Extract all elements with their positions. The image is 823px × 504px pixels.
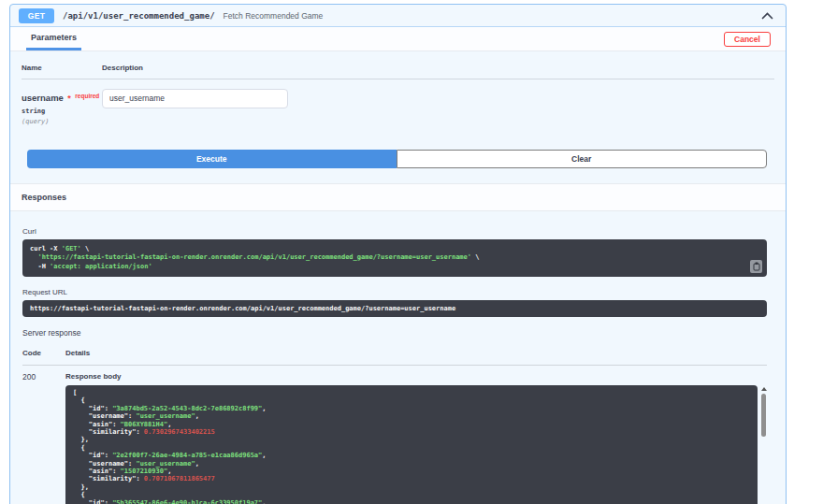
copy-button[interactable]	[750, 260, 762, 273]
clear-button[interactable]: Clear	[397, 150, 768, 168]
response-table-header: Code Details	[22, 349, 767, 366]
request-url-label: Request URL	[22, 288, 767, 296]
responses-title: Responses	[22, 193, 66, 202]
endpoint-summary: Fetch Recommended Game	[224, 11, 324, 21]
param-name: username	[22, 93, 64, 103]
param-name-cell: username * required string (query)	[22, 88, 102, 125]
operation-header[interactable]: GET /api/v1/user_recommended_game/ Fetch…	[10, 5, 786, 27]
execute-bar: Execute Clear	[27, 150, 767, 168]
params-col-name: Name	[22, 64, 102, 72]
required-label: required	[75, 93, 99, 99]
endpoint-path: /api/v1/user_recommended_game/	[63, 11, 215, 21]
request-url-block: https://fastapi-tutorial-fastapi-on-rend…	[22, 300, 767, 317]
execute-button[interactable]: Execute	[27, 150, 397, 168]
collapse-chevron-icon[interactable]	[761, 12, 773, 20]
param-location: (query)	[22, 118, 102, 125]
response-code-header: Code	[22, 349, 65, 357]
status-code: 200	[22, 372, 65, 504]
response-details-cell: Response body [ { "id": "3a874bd5-2a52-4…	[65, 372, 767, 504]
parameters-table: Name Description username * required str…	[10, 51, 786, 125]
scroll-up-arrow-icon[interactable]	[761, 387, 767, 391]
scrollbar-thumb[interactable]	[761, 394, 766, 437]
params-col-description: Description	[102, 64, 774, 72]
cancel-button[interactable]: Cancel	[724, 32, 771, 47]
clipboard-icon	[753, 262, 760, 271]
responses-area: Curl curl -X 'GET' \ 'https://fastapi-tu…	[10, 211, 786, 504]
curl-code-block: curl -X 'GET' \ 'https://fastapi-tutoria…	[22, 239, 767, 277]
required-star: *	[67, 94, 71, 103]
response-details-header: Details	[65, 349, 767, 357]
param-row-username: username * required string (query)	[22, 79, 774, 125]
operation-panel: GET /api/v1/user_recommended_game/ Fetch…	[9, 4, 787, 504]
response-body-label: Response body	[65, 372, 767, 381]
tab-parameters[interactable]: Parameters	[26, 27, 81, 50]
response-body-block: [ { "id": "3a874bd5-2a52-4543-8dc2-7e868…	[65, 385, 758, 504]
param-type: string	[22, 108, 102, 115]
tab-parameters-label: Parameters	[31, 33, 77, 42]
http-method-badge: GET	[19, 8, 54, 23]
server-response-label: Server response	[22, 328, 767, 338]
username-input[interactable]	[102, 89, 288, 108]
curl-label: Curl	[22, 227, 767, 236]
response-scrollbar[interactable]	[760, 387, 767, 437]
response-row: 200 Response body [ { "id": "3a874bd5-2a…	[22, 366, 767, 504]
param-value-cell	[102, 88, 774, 125]
parameters-section-header: Parameters Cancel	[10, 27, 786, 51]
responses-section-header: Responses	[10, 183, 786, 211]
